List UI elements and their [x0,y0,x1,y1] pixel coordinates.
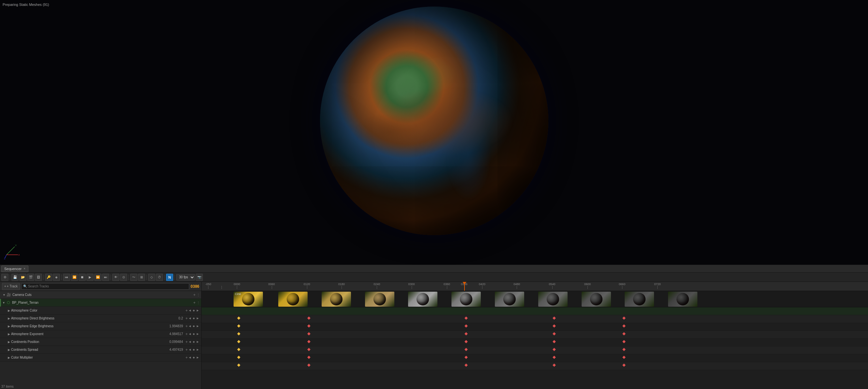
kf-prev-btn-2[interactable]: ◀ [189,317,192,320]
expand-arrow-camera[interactable]: ▼ [3,293,5,297]
toolbar-btn-camera[interactable]: 📷 [196,274,203,281]
cont-pos-add-btn[interactable]: + [184,340,189,344]
toolbar-btn-snap[interactable]: ⊞ [138,274,145,281]
toolbar-btn-rewind[interactable]: ⏮ [63,274,70,281]
kf-next-btn-3[interactable]: ▶ [197,325,200,328]
kf-add-btn-6[interactable]: ◆ [193,348,196,352]
keyframe-diamond[interactable] [307,332,311,335]
kf-prev-btn-6[interactable]: ◀ [189,348,192,352]
toolbar-btn-n[interactable]: N [166,274,173,281]
kf-add-btn-2[interactable]: ◆ [193,317,196,320]
camera-cut-thumbnail[interactable] [495,292,524,307]
camera-cuts-add-btn[interactable]: + [192,293,197,297]
camera-cut-thumbnail[interactable] [278,292,308,307]
keyframe-diamond[interactable] [307,316,311,320]
keyframe-diamond[interactable] [465,363,468,367]
expand-arrow-atm-edge[interactable]: ▶ [8,325,10,328]
camera-cut-thumbnail[interactable] [365,292,394,307]
atm-direct-add-btn[interactable]: + [184,316,189,321]
keyframe-diamond[interactable] [622,316,626,320]
toolbar-btn-open[interactable]: 📂 [19,274,26,281]
keyframe-diamond[interactable] [307,324,311,328]
expand-arrow-atm-exp[interactable]: ▶ [8,333,10,336]
keyframe-diamond[interactable] [553,316,556,320]
kf-add-btn[interactable]: ◆ [193,309,196,312]
kf-add-btn-3[interactable]: ◆ [193,325,196,328]
kf-next-btn-6[interactable]: ▶ [197,348,200,352]
toolbar-btn-settings[interactable]: ⚙ [1,274,8,281]
keyframe-diamond[interactable] [307,348,311,351]
camera-cut-thumbnail[interactable] [538,292,567,307]
toolbar-btn-play[interactable]: ▶ [87,274,94,281]
keyframe-diamond[interactable] [553,324,556,328]
expand-arrow-color-mult[interactable]: ▶ [8,356,10,359]
keyframe-diamond[interactable] [622,356,626,359]
expand-arrow-cont-spread[interactable]: ▶ [8,348,10,352]
kf-prev-btn[interactable]: ◀ [189,309,192,312]
toolbar-btn-save[interactable]: 💾 [11,274,19,281]
keyframe-diamond[interactable] [237,316,240,320]
toolbar-btn-stop[interactable]: ⏹ [79,274,86,281]
atm-color-add-btn[interactable]: + [184,308,189,313]
playhead[interactable] [464,282,465,291]
kf-next-btn-2[interactable]: ▶ [197,317,200,320]
toolbar-btn-curve[interactable]: 〜 [130,274,137,281]
toolbar-btn-auto[interactable]: ⏱ [156,274,163,281]
seq-tab-close[interactable]: × [24,267,26,271]
expand-arrow-cont-pos[interactable]: ▶ [8,340,10,343]
keyframe-diamond[interactable] [622,363,626,367]
keyframe-diamond[interactable] [465,340,468,343]
keyframe-diamond[interactable] [622,340,626,343]
keyframe-diamond[interactable] [622,348,626,351]
camera-cuts-options[interactable]: ⋮ [197,293,200,297]
keyframe-diamond[interactable] [465,348,468,351]
bp-planet-options[interactable]: ⋮ [197,301,200,304]
color-mult-add-btn[interactable]: + [184,355,189,360]
toolbar-btn-eye[interactable]: 👁 [112,274,119,281]
expand-arrow-bp-planet[interactable]: ▼ [2,301,5,304]
kf-next-btn-4[interactable]: ▶ [197,333,200,336]
camera-cut-thumbnail[interactable] [582,292,611,307]
keyframe-diamond[interactable] [237,340,240,343]
keyframe-diamond[interactable] [465,332,468,335]
toolbar-btn-step-fwd[interactable]: ⏩ [94,274,101,281]
kf-next-btn-5[interactable]: ▶ [197,340,200,343]
expand-arrow-atm-direct[interactable]: ▶ [8,317,10,320]
toolbar-btn-key[interactable]: ◇ [148,274,155,281]
add-track-button[interactable]: + + Track [2,283,20,290]
camera-cut-thumbnail[interactable] [452,292,481,307]
keyframe-diamond[interactable] [553,332,556,335]
keyframe-diamond[interactable] [553,340,556,343]
keyframe-diamond[interactable] [307,356,311,359]
keyframe-diamond[interactable] [553,348,556,351]
camera-cut-thumbnail[interactable]: Cine [234,292,263,307]
kf-prev-btn-4[interactable]: ◀ [189,333,192,336]
keyframe-diamond[interactable] [307,340,311,343]
keyframe-diamond[interactable] [465,324,468,328]
sequencer-tab[interactable]: Sequencer × [1,266,28,272]
toolbar-btn-render[interactable]: 🖼 [35,274,42,281]
timeline-area[interactable]: -050000000600120018002400300036003860420… [202,282,868,389]
atm-edge-add-btn[interactable]: + [184,324,189,329]
keyframe-diamond[interactable] [465,316,468,320]
kf-add-btn-7[interactable]: ◆ [193,356,196,359]
timeline-ruler[interactable]: -050000000600120018002400300036003860420… [202,282,868,291]
toolbar-btn-view[interactable]: ⊙ [120,274,127,281]
expand-arrow-atm-color[interactable]: ▶ [8,309,10,312]
cont-spread-add-btn[interactable]: + [184,348,189,352]
keyframe-diamond[interactable] [622,332,626,335]
camera-cut-thumbnail[interactable] [322,292,351,307]
keyframe-diamond[interactable] [622,324,626,328]
kf-add-btn-4[interactable]: ◆ [193,333,196,336]
keyframe-diamond[interactable] [237,332,240,335]
keyframe-diamond[interactable] [237,324,240,328]
keyframe-diamond[interactable] [237,348,240,351]
keyframe-diamond[interactable] [553,356,556,359]
fps-select[interactable]: 30 fps 24 fps 60 fps [176,274,195,281]
keyframe-diamond[interactable] [237,356,240,359]
keyframe-diamond[interactable] [307,363,311,367]
camera-cut-thumbnail[interactable] [625,292,654,307]
track-search-input[interactable] [21,283,189,290]
camera-cut-thumbnail[interactable] [668,292,698,307]
bp-planet-add-btn[interactable]: + [192,301,197,305]
